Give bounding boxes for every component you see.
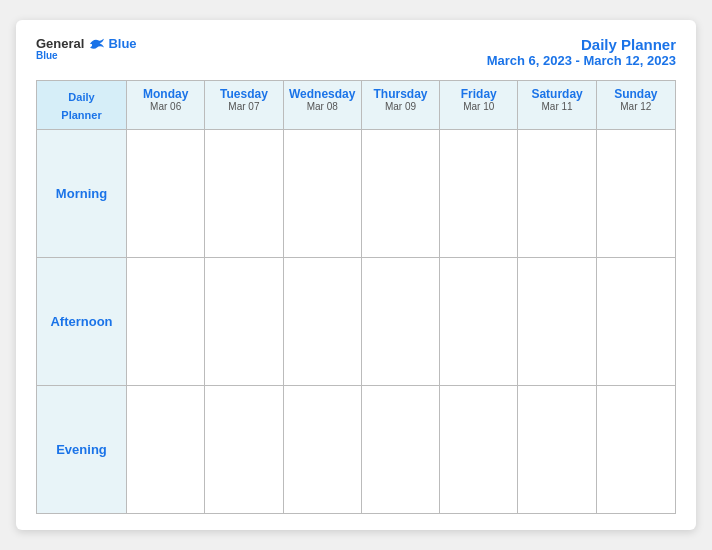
header-monday: Monday Mar 06 (127, 81, 205, 129)
monday-evening[interactable] (127, 386, 205, 513)
friday-morning[interactable] (440, 130, 518, 257)
planner-card: General Blue Blue Daily Planner March 6,… (16, 20, 696, 530)
logo-text: General Blue (36, 36, 137, 51)
header-sunday: Sunday Mar 12 (597, 81, 675, 129)
morning-label: Morning (37, 130, 127, 257)
friday-evening[interactable] (440, 386, 518, 513)
planner-date-range: March 6, 2023 - March 12, 2023 (487, 53, 676, 68)
thursday-evening[interactable] (362, 386, 440, 513)
header-tuesday: Tuesday Mar 07 (205, 81, 283, 129)
saturday-morning[interactable] (518, 130, 596, 257)
saturday-afternoon[interactable] (518, 258, 596, 385)
sunday-morning[interactable] (597, 130, 675, 257)
wednesday-morning[interactable] (284, 130, 362, 257)
grid-body: Morning Afternoon (37, 130, 675, 513)
header-wednesday: Wednesday Mar 08 (284, 81, 362, 129)
logo-blue: Blue (108, 36, 136, 51)
afternoon-label: Afternoon (37, 258, 127, 385)
grid-header: DailyPlanner Monday Mar 06 Tuesday Mar 0… (37, 81, 675, 130)
row-evening: Evening (37, 386, 675, 513)
planner-grid: DailyPlanner Monday Mar 06 Tuesday Mar 0… (36, 80, 676, 514)
saturday-evening[interactable] (518, 386, 596, 513)
wednesday-evening[interactable] (284, 386, 362, 513)
sunday-evening[interactable] (597, 386, 675, 513)
logo-sub: Blue (36, 50, 58, 61)
tuesday-afternoon[interactable] (205, 258, 283, 385)
planner-title: Daily Planner (487, 36, 676, 53)
title-area: Daily Planner March 6, 2023 - March 12, … (487, 36, 676, 68)
sunday-afternoon[interactable] (597, 258, 675, 385)
wednesday-afternoon[interactable] (284, 258, 362, 385)
monday-afternoon[interactable] (127, 258, 205, 385)
header-friday: Friday Mar 10 (440, 81, 518, 129)
header: General Blue Blue Daily Planner March 6,… (36, 36, 676, 68)
row-morning: Morning (37, 130, 675, 258)
daily-planner-label: DailyPlanner (61, 91, 101, 121)
thursday-morning[interactable] (362, 130, 440, 257)
header-thursday: Thursday Mar 09 (362, 81, 440, 129)
tuesday-evening[interactable] (205, 386, 283, 513)
thursday-afternoon[interactable] (362, 258, 440, 385)
header-label-cell: DailyPlanner (37, 81, 127, 129)
header-saturday: Saturday Mar 11 (518, 81, 596, 129)
row-afternoon: Afternoon (37, 258, 675, 386)
monday-morning[interactable] (127, 130, 205, 257)
friday-afternoon[interactable] (440, 258, 518, 385)
logo-general: General (36, 36, 84, 51)
logo-area: General Blue Blue (36, 36, 137, 61)
bird-icon (88, 37, 106, 51)
evening-label: Evening (37, 386, 127, 513)
tuesday-morning[interactable] (205, 130, 283, 257)
